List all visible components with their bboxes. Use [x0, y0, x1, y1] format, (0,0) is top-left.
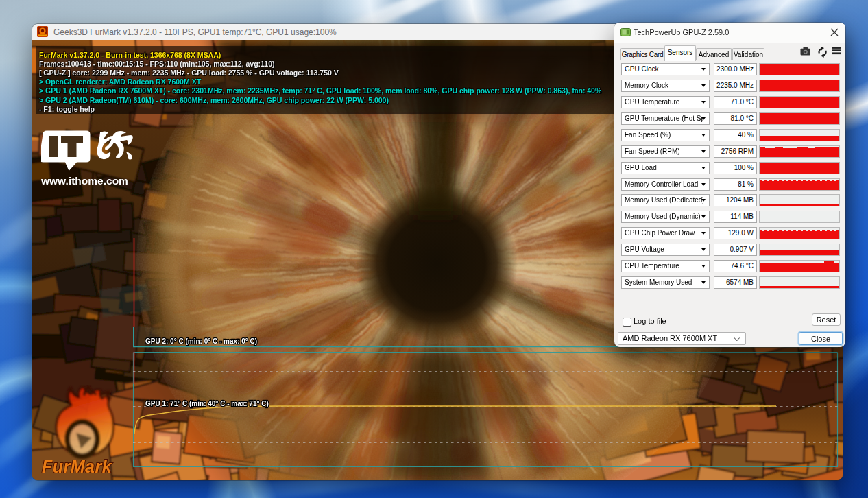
svg-text:GPU 1: 71° C (min: 40° C - max: GPU 1: 71° C (min: 40° C - max: 71° C) — [145, 400, 269, 407]
svg-text:www.ithome.com: www.ithome.com — [41, 175, 128, 187]
svg-text:GPU 2: 0° C (min: 0° C - max:: GPU 2: 0° C (min: 0° C - max: 0° C) — [145, 337, 257, 345]
svg-text:FurMark: FurMark — [42, 457, 112, 476]
